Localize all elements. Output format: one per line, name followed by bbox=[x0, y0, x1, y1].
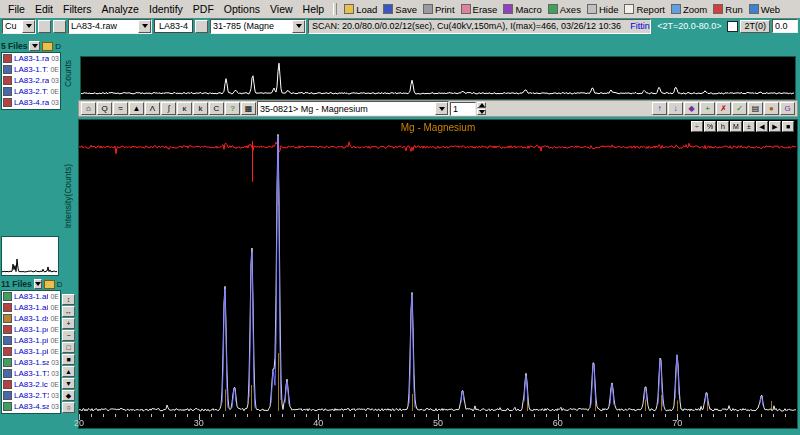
menu-item[interactable]: Help bbox=[298, 2, 330, 16]
plot-tool-button[interactable]: ▤ bbox=[748, 102, 763, 115]
file-list-item[interactable]: LA83-2.TXT 03 bbox=[2, 390, 60, 401]
side-tool-button[interactable]: □ bbox=[62, 342, 75, 353]
plot-tool-button[interactable]: ∫ bbox=[161, 102, 176, 115]
chevron-down-icon[interactable] bbox=[435, 102, 448, 115]
file-list-item[interactable]: LA83-2.raw 03 bbox=[2, 75, 60, 86]
menu-item[interactable]: Analyze bbox=[97, 2, 144, 16]
menu-item[interactable]: File bbox=[3, 2, 30, 16]
file-list-item[interactable]: LA83-1.raw 03 bbox=[2, 53, 60, 64]
toolbar-button[interactable]: Axes bbox=[545, 4, 584, 15]
toolbar-button[interactable]: Run bbox=[710, 4, 745, 15]
chevron-down-icon[interactable] bbox=[292, 20, 305, 33]
plot-tool-button[interactable]: Λ bbox=[145, 102, 160, 115]
side-tool-button[interactable]: ◆ bbox=[62, 390, 75, 401]
side-tool-button[interactable]: − bbox=[62, 330, 75, 341]
overview-strip[interactable] bbox=[80, 56, 796, 100]
toolbar-button[interactable]: Zoom bbox=[668, 4, 710, 15]
mini-tool-button[interactable]: M bbox=[730, 121, 742, 132]
file-list-item[interactable]: LA83-1.TXT 0E bbox=[2, 64, 60, 75]
file-list-item[interactable]: LA83-4.raw 03 bbox=[2, 97, 60, 108]
plot-tool-button[interactable]: ✗ bbox=[716, 102, 731, 115]
plot-tool-button[interactable]: ? bbox=[225, 102, 240, 115]
mini-tool-button[interactable]: ± bbox=[743, 121, 755, 132]
chevron-down-icon[interactable] bbox=[138, 20, 151, 33]
mini-tool-button[interactable]: ÷ bbox=[691, 121, 703, 132]
two-theta-zero-field[interactable]: 0.0 bbox=[772, 19, 798, 33]
mini-tool-button[interactable]: % bbox=[704, 121, 716, 132]
plot-tool-button[interactable]: k bbox=[193, 102, 208, 115]
plot-tool-button[interactable]: ↑ bbox=[652, 102, 667, 115]
side-tool-button[interactable]: + bbox=[62, 318, 75, 329]
side-tool-button[interactable]: ▲ bbox=[62, 366, 75, 377]
side-tool-button[interactable]: ○ bbox=[62, 402, 75, 413]
toolbar-button-label: Web bbox=[761, 4, 780, 15]
mini-tool-button[interactable]: ▶ bbox=[769, 121, 781, 132]
file-list-item[interactable]: LA83-1.abc 0E bbox=[2, 291, 60, 302]
file-list-item[interactable]: LA83-2.lcc 0E bbox=[2, 379, 60, 390]
spinner-down-icon[interactable] bbox=[477, 109, 486, 115]
plot-tool-button[interactable]: ⌂ bbox=[81, 102, 96, 115]
display-mode-button[interactable] bbox=[53, 20, 66, 33]
menu-item[interactable]: Edit bbox=[30, 2, 58, 16]
plot-tool-button[interactable]: ↓ bbox=[668, 102, 683, 115]
side-tool-button[interactable]: ↔ bbox=[62, 306, 75, 317]
phase-match-combo[interactable]: 35-0821> Mg - Magnesium bbox=[257, 101, 449, 116]
toolbar-button[interactable]: Load bbox=[341, 4, 380, 15]
folder-icon[interactable] bbox=[44, 280, 55, 289]
diffraction-plot[interactable]: Mg - Magnesium ÷ % h M ± ◀ ▶ ■ bbox=[78, 119, 798, 429]
file-list-item[interactable]: LA83-1.pks 0E bbox=[2, 346, 60, 357]
pdf-phase-combo[interactable]: 31-785 (Magne bbox=[210, 19, 306, 34]
chevron-down-icon[interactable] bbox=[34, 279, 42, 289]
toolbar-button[interactable]: Web bbox=[746, 4, 783, 15]
toolbar-button[interactable]: Macro bbox=[500, 4, 544, 15]
two-theta-zero-checkbox[interactable] bbox=[727, 21, 738, 32]
folder-icon[interactable] bbox=[42, 42, 53, 51]
wavelength-button[interactable] bbox=[38, 20, 51, 33]
menu-item[interactable]: View bbox=[265, 2, 298, 16]
toolbar-button[interactable]: Print bbox=[420, 4, 458, 15]
file-list-item[interactable]: LA83-1.aid 0E bbox=[2, 302, 60, 313]
active-file-tab[interactable]: LA83-4 bbox=[154, 19, 193, 33]
spinner-up-icon[interactable] bbox=[477, 102, 486, 108]
chevron-down-icon[interactable] bbox=[29, 41, 40, 51]
plot-tool-button[interactable]: ◆ bbox=[684, 102, 699, 115]
toolbar-button[interactable]: Hide bbox=[584, 4, 622, 15]
plot-tool-button[interactable]: κ bbox=[177, 102, 192, 115]
plot-tool-button[interactable]: ● bbox=[764, 102, 779, 115]
phase-index-value[interactable]: 1 bbox=[450, 102, 476, 116]
plot-tool-button[interactable]: ▲ bbox=[129, 102, 144, 115]
mini-tool-button[interactable]: ◀ bbox=[756, 121, 768, 132]
file-list-item[interactable]: LA83-2.TXT 0E bbox=[2, 86, 60, 97]
menu-item[interactable]: PDF bbox=[188, 2, 219, 16]
file-list-item[interactable]: LA83-1.dsp 0E bbox=[2, 313, 60, 324]
file-list-item[interactable]: LA83-1.pdf 0E bbox=[2, 324, 60, 335]
plot-tool-button[interactable]: ≈ bbox=[113, 102, 128, 115]
file-combo[interactable]: LA83-4.raw bbox=[68, 19, 152, 34]
side-tool-button[interactable]: ■ bbox=[62, 354, 75, 365]
side-tool-button[interactable]: ▼ bbox=[62, 378, 75, 389]
plot-tool-button[interactable]: G bbox=[780, 102, 795, 115]
menu-item[interactable]: Identify bbox=[144, 2, 188, 16]
file-list-item[interactable]: LA83-1.TXT 03 bbox=[2, 368, 60, 379]
toolbar-button[interactable]: Save bbox=[380, 4, 420, 15]
menu-item[interactable]: Filters bbox=[58, 2, 97, 16]
toolbar-button[interactable]: Erase bbox=[458, 4, 501, 15]
file-list-item[interactable]: LA83-1.pid 0E bbox=[2, 335, 60, 346]
plot-tool-button[interactable]: Q bbox=[97, 102, 112, 115]
two-theta-zero-button[interactable]: 2T(0) bbox=[740, 20, 770, 33]
mini-tool-button[interactable]: h bbox=[717, 121, 729, 132]
chevron-down-icon[interactable] bbox=[22, 20, 35, 33]
plot-tool-button[interactable]: + bbox=[700, 102, 715, 115]
pattern-thumbnail[interactable] bbox=[1, 236, 59, 276]
plot-tool-button[interactable]: ✓ bbox=[732, 102, 747, 115]
side-tool-button[interactable]: ↕ bbox=[62, 294, 75, 305]
menu-item[interactable]: Options bbox=[219, 2, 265, 16]
plot-tool-button[interactable]: ▦ bbox=[241, 102, 256, 115]
anode-combo[interactable]: Cu bbox=[2, 19, 36, 34]
mini-tool-button[interactable]: ■ bbox=[782, 121, 794, 132]
toolbar-button[interactable]: Report bbox=[621, 4, 668, 15]
thumbnail-toggle-button[interactable] bbox=[195, 20, 208, 33]
file-list-item[interactable]: LA83-4.sav 03 bbox=[2, 401, 60, 412]
file-list-item[interactable]: LA83-1.sav 03 bbox=[2, 357, 60, 368]
plot-tool-button[interactable]: C bbox=[209, 102, 224, 115]
